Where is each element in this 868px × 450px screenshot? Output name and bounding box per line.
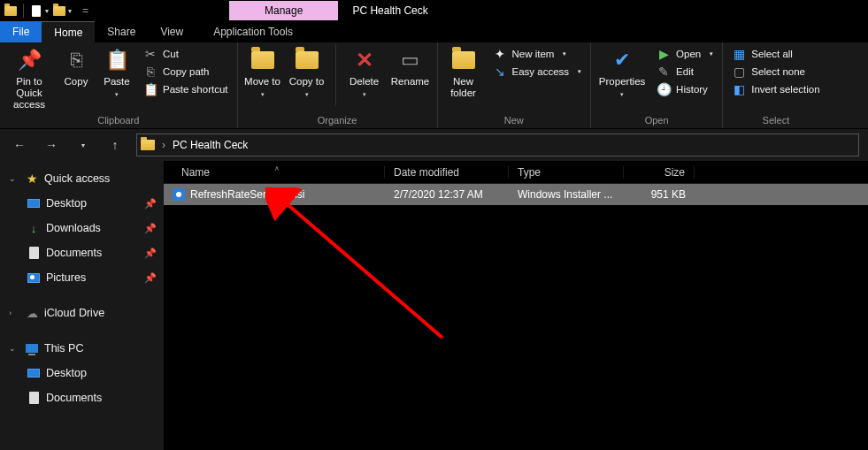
sidebar-pc-documents[interactable]: Documents bbox=[0, 385, 164, 410]
desktop-icon bbox=[27, 196, 41, 210]
new-item-icon: ✦ bbox=[493, 47, 507, 61]
copy-to-icon bbox=[295, 48, 319, 72]
svg-line-0 bbox=[283, 201, 442, 338]
tab-file[interactable]: File bbox=[0, 21, 42, 42]
sidebar-this-pc[interactable]: ⌄ This PC bbox=[0, 336, 164, 361]
ribbon-group-select: ▦Select all ▢Select none ◧Invert selecti… bbox=[723, 42, 828, 128]
tab-home[interactable]: Home bbox=[42, 21, 95, 42]
copy-to-button[interactable]: Copy to ▾ bbox=[288, 44, 326, 98]
select-none-icon: ▢ bbox=[732, 65, 746, 79]
clipboard-icon: 📋 bbox=[104, 48, 129, 72]
history-icon: 🕘 bbox=[657, 82, 671, 96]
new-folder-icon bbox=[451, 48, 476, 72]
select-all-button[interactable]: ▦Select all bbox=[728, 46, 823, 62]
pin-icon: 📌 bbox=[17, 48, 42, 72]
expand-icon[interactable]: › bbox=[9, 309, 19, 317]
column-header-type[interactable]: Type bbox=[509, 166, 624, 179]
ribbon: 📌 Pin to Quick access ⎘ Copy 📋 Paste ▾ ✂… bbox=[0, 42, 868, 129]
open-icon: ▶ bbox=[657, 47, 671, 61]
file-row[interactable]: RefreshRateService.msi 2/7/2020 12:37 AM… bbox=[164, 184, 868, 205]
qat-overflow-icon[interactable]: = bbox=[82, 4, 88, 17]
file-name: RefreshRateService.msi bbox=[190, 188, 304, 201]
sidebar-documents[interactable]: Documents 📌 bbox=[0, 240, 164, 265]
tab-share[interactable]: Share bbox=[95, 21, 148, 42]
new-folder-button[interactable]: New folder bbox=[443, 44, 484, 99]
pin-icon: 📌 bbox=[144, 223, 157, 234]
invert-selection-button[interactable]: ◧Invert selection bbox=[728, 81, 823, 97]
copy-path-icon: ⎘ bbox=[143, 65, 157, 79]
forward-button[interactable]: → bbox=[41, 134, 62, 156]
back-button[interactable]: ← bbox=[9, 134, 30, 156]
column-header-date[interactable]: Date modified bbox=[385, 166, 509, 179]
pictures-icon bbox=[27, 271, 41, 285]
properties-button[interactable]: ✔ Properties ▾ bbox=[596, 44, 648, 98]
downloads-icon bbox=[27, 221, 41, 235]
history-button[interactable]: 🕘History bbox=[653, 81, 717, 97]
paste-button[interactable]: 📋 Paste ▾ bbox=[99, 44, 134, 98]
invert-selection-icon: ◧ bbox=[732, 82, 746, 96]
new-item-button[interactable]: ✦New item▾ bbox=[489, 46, 586, 62]
file-type: Windows Installer ... bbox=[509, 188, 624, 201]
address-bar[interactable]: › PC Health Ceck bbox=[136, 133, 859, 156]
sidebar-pictures[interactable]: Pictures 📌 bbox=[0, 265, 164, 290]
file-icon[interactable] bbox=[29, 4, 43, 18]
main-area: ⌄ ★ Quick access Desktop 📌 Downloads 📌 D… bbox=[0, 161, 868, 450]
collapse-icon[interactable]: ⌄ bbox=[9, 174, 19, 183]
star-icon: ★ bbox=[25, 172, 39, 186]
sidebar-quick-access[interactable]: ⌄ ★ Quick access bbox=[0, 166, 164, 191]
up-button[interactable]: ↑ bbox=[104, 134, 126, 156]
easy-access-button[interactable]: ↘Easy access▾ bbox=[489, 64, 586, 80]
scissors-icon: ✂ bbox=[143, 47, 157, 61]
navigation-pane: ⌄ ★ Quick access Desktop 📌 Downloads 📌 D… bbox=[0, 161, 164, 450]
column-headers: Name Date modified Type Size bbox=[164, 161, 868, 184]
rename-icon: ▭ bbox=[398, 48, 423, 72]
paste-shortcut-button[interactable]: 📋Paste shortcut bbox=[140, 81, 232, 97]
copy-path-button[interactable]: ⎘Copy path bbox=[140, 64, 232, 80]
collapse-icon[interactable]: ⌄ bbox=[9, 344, 19, 353]
folder-open-icon[interactable] bbox=[52, 4, 66, 18]
chevron-down-icon[interactable]: ▾ bbox=[68, 7, 72, 15]
open-button[interactable]: ▶Open▾ bbox=[653, 46, 717, 62]
rename-button[interactable]: ▭ Rename bbox=[389, 44, 432, 88]
recent-locations-button[interactable]: ▾ bbox=[73, 134, 94, 156]
cut-button[interactable]: ✂Cut bbox=[140, 46, 232, 62]
contextual-tab-manage[interactable]: Manage bbox=[229, 1, 338, 20]
ribbon-group-organize: Move to ▾ Copy to ▾ ✕ Delete ▾ ▭ Rename … bbox=[238, 42, 438, 128]
select-none-button[interactable]: ▢Select none bbox=[728, 64, 823, 80]
file-size: 951 KB bbox=[624, 188, 695, 201]
ribbon-group-open: ✔ Properties ▾ ▶Open▾ ✎Edit 🕘History Ope… bbox=[591, 42, 723, 128]
edit-button[interactable]: ✎Edit bbox=[653, 64, 717, 80]
move-to-button[interactable]: Move to ▾ bbox=[243, 44, 282, 98]
address-path: PC Health Ceck bbox=[173, 139, 248, 151]
pin-icon: 📌 bbox=[144, 248, 157, 259]
paste-shortcut-icon: 📋 bbox=[143, 82, 157, 96]
select-all-icon: ▦ bbox=[732, 47, 746, 61]
tab-application-tools[interactable]: Application Tools bbox=[201, 21, 305, 42]
window-title: PC Health Ceck bbox=[338, 4, 427, 17]
documents-icon bbox=[27, 246, 41, 260]
sidebar-icloud-drive[interactable]: › iCloud Drive bbox=[0, 301, 164, 325]
delete-button[interactable]: ✕ Delete ▾ bbox=[345, 44, 384, 98]
column-header-name[interactable]: Name bbox=[164, 166, 385, 179]
copy-button[interactable]: ⎘ Copy bbox=[58, 44, 94, 88]
chevron-down-icon[interactable]: ▾ bbox=[45, 7, 49, 15]
copy-icon: ⎘ bbox=[64, 48, 88, 72]
column-header-size[interactable]: Size bbox=[624, 166, 695, 179]
msi-icon bbox=[173, 188, 185, 201]
cloud-icon bbox=[25, 306, 39, 320]
delete-icon: ✕ bbox=[352, 48, 377, 72]
annotation-arrow bbox=[265, 187, 469, 355]
sidebar-pc-desktop[interactable]: Desktop bbox=[0, 361, 164, 385]
sidebar-downloads[interactable]: Downloads 📌 bbox=[0, 216, 164, 240]
title-bar: ▾ ▾ = Manage PC Health Ceck bbox=[0, 0, 868, 21]
folder-icon bbox=[141, 140, 155, 150]
pin-icon: 📌 bbox=[144, 198, 157, 210]
path-separator: › bbox=[162, 139, 165, 151]
file-date: 2/7/2020 12:37 AM bbox=[385, 188, 509, 201]
pin-to-quick-access-button[interactable]: 📌 Pin to Quick access bbox=[5, 44, 53, 111]
file-list: Name Date modified Type Size RefreshRate… bbox=[164, 161, 868, 450]
sidebar-desktop[interactable]: Desktop 📌 bbox=[0, 191, 164, 216]
properties-icon: ✔ bbox=[610, 48, 634, 72]
ribbon-group-new: New folder ✦New item▾ ↘Easy access▾ New bbox=[438, 42, 592, 128]
tab-view[interactable]: View bbox=[148, 21, 196, 42]
